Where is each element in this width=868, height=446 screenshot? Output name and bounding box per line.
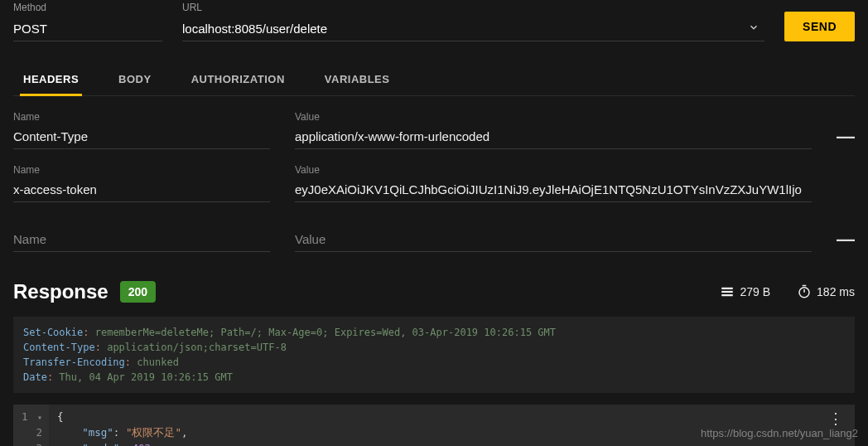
- header-name-label: Name: [13, 111, 270, 123]
- response-header-line: Set-Cookie: rememberMe=deleteMe; Path=/;…: [23, 325, 845, 340]
- header-value-label: Value: [295, 164, 812, 176]
- response-size-value: 279 B: [740, 285, 770, 298]
- header-row: Name x-access-token Value eyJ0eXAiOiJKV1…: [13, 164, 855, 202]
- svg-rect-0: [722, 288, 734, 289]
- remove-header-icon[interactable]: —: [837, 128, 855, 149]
- header-name-label: Name: [13, 164, 270, 176]
- tab-variables[interactable]: VARIABLES: [321, 65, 393, 95]
- header-value-input[interactable]: application/x-www-form-urlencoded: [295, 124, 812, 149]
- response-title: Response: [13, 280, 108, 303]
- response-body: 1 ▾ 2 3 4 5 { "msg": "权限不足", "code": 402…: [13, 405, 855, 446]
- status-badge: 200: [120, 281, 156, 303]
- size-icon: [720, 284, 735, 299]
- response-size: 279 B: [720, 284, 770, 299]
- tab-authorization[interactable]: AUTHORIZATION: [188, 65, 288, 95]
- line-gutter: 1 ▾ 2 3 4 5: [13, 405, 49, 446]
- header-row: Name Content-Type Value application/x-ww…: [13, 111, 855, 149]
- response-headers-block: Set-Cookie: rememberMe=deleteMe; Path=/;…: [13, 317, 855, 393]
- url-input[interactable]: localhost:8085/user/delete: [182, 17, 743, 41]
- url-history-chevron-icon[interactable]: [743, 22, 764, 36]
- header-name-input[interactable]: x-access-token: [13, 177, 270, 202]
- header-value-input[interactable]: Value: [295, 227, 812, 252]
- tab-body[interactable]: BODY: [115, 65, 155, 95]
- response-header-line: Date: Thu, 04 Apr 2019 10:26:15 GMT: [23, 370, 845, 385]
- response-json[interactable]: { "msg": "权限不足", "code": 402, "success":…: [49, 405, 195, 446]
- method-label: Method: [13, 2, 162, 13]
- method-select[interactable]: POST: [13, 17, 162, 41]
- header-value-label: Value: [295, 111, 812, 123]
- response-time: 182 ms: [797, 284, 855, 299]
- stopwatch-icon: [797, 284, 812, 299]
- request-tabs: HEADERS BODY AUTHORIZATION VARIABLES: [13, 65, 855, 96]
- response-time-value: 182 ms: [817, 285, 855, 298]
- send-button[interactable]: SEND: [784, 12, 855, 41]
- more-menu-icon[interactable]: ⋮: [828, 414, 843, 422]
- remove-header-icon[interactable]: —: [837, 230, 855, 252]
- header-name-input[interactable]: Name: [13, 227, 270, 252]
- response-header-line: Transfer-Encoding: chunked: [23, 355, 845, 370]
- svg-rect-1: [722, 291, 734, 293]
- header-row-empty: Name Value —: [13, 227, 855, 252]
- svg-rect-2: [722, 294, 734, 296]
- response-header-line: Content-Type: application/json;charset=U…: [23, 340, 845, 355]
- header-name-input[interactable]: Content-Type: [13, 124, 270, 149]
- header-value-input[interactable]: eyJ0eXAiOiJKV1QiLCJhbGciOiJIUzI1NiJ9.eyJ…: [295, 177, 812, 202]
- url-label: URL: [182, 2, 764, 13]
- tab-headers[interactable]: HEADERS: [20, 65, 82, 96]
